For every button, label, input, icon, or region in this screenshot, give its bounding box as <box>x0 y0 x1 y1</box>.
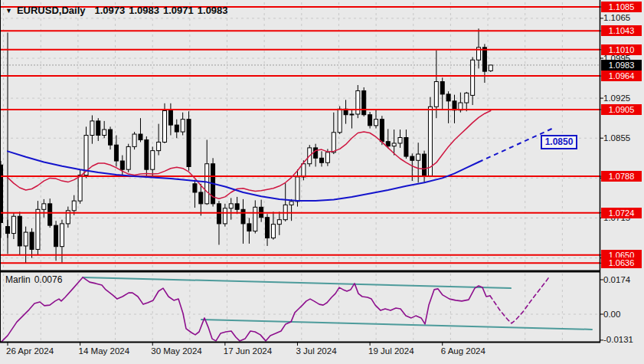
candle-body <box>6 227 10 234</box>
candle-body <box>48 204 52 225</box>
candle <box>175 120 178 139</box>
candle-body <box>253 207 257 231</box>
candle-body <box>482 48 486 71</box>
candle-body <box>72 201 76 211</box>
candle <box>398 130 402 148</box>
candle-body <box>157 142 161 150</box>
candle-body <box>163 110 167 142</box>
candle-body <box>199 192 203 204</box>
candle <box>386 129 390 148</box>
candle-body <box>126 146 130 169</box>
channel-upper-line <box>83 277 511 288</box>
time-axis-border <box>0 342 600 343</box>
candle <box>247 218 251 244</box>
candle-body <box>428 107 432 175</box>
candle <box>392 130 396 156</box>
candle <box>223 204 227 227</box>
candle <box>217 201 221 244</box>
candle <box>260 200 263 222</box>
candle <box>30 228 34 258</box>
candle <box>344 100 348 123</box>
candle <box>60 220 64 263</box>
candle-body <box>320 158 324 162</box>
candle-body <box>410 156 414 160</box>
marlin-forecast-line <box>490 276 550 323</box>
candle-body <box>139 134 142 139</box>
candle-body <box>84 136 88 175</box>
candle <box>42 199 46 218</box>
candle <box>205 139 209 205</box>
candle <box>314 144 318 167</box>
candle-body <box>392 143 396 146</box>
candle <box>145 136 149 176</box>
candle-body <box>241 209 245 224</box>
candle-body <box>103 130 106 135</box>
candle-body <box>423 154 427 175</box>
candle <box>356 85 360 118</box>
candle <box>446 91 450 123</box>
candle-body <box>302 164 306 177</box>
candle-body <box>24 232 28 246</box>
candle <box>6 220 10 238</box>
candle-body <box>374 120 378 126</box>
candle-body <box>96 121 100 136</box>
candle-body <box>362 90 366 114</box>
candle <box>139 118 142 142</box>
candle-body <box>440 82 444 94</box>
candle-body <box>223 208 227 224</box>
candle <box>193 180 197 208</box>
candle-body <box>229 204 233 208</box>
candle <box>103 121 106 138</box>
candle-body <box>350 114 354 115</box>
candle <box>350 109 354 128</box>
candle-body <box>386 142 390 146</box>
candle-body <box>489 65 492 71</box>
candle <box>404 130 408 159</box>
candle <box>434 51 438 119</box>
candle <box>253 200 257 233</box>
candle <box>151 146 155 176</box>
candle <box>157 124 161 156</box>
panel-separator[interactable] <box>0 271 600 273</box>
candle <box>187 111 191 170</box>
candle <box>114 136 118 167</box>
candle-body <box>145 139 149 169</box>
candle <box>96 118 100 141</box>
candle-body <box>11 216 15 233</box>
candle-body <box>193 184 197 192</box>
chart-canvas[interactable] <box>0 0 644 364</box>
candle-body <box>18 216 21 246</box>
candle <box>332 113 335 154</box>
candle-body <box>54 225 58 247</box>
candle-body <box>356 90 360 114</box>
chart-window[interactable]: ▼EURUSD,Daily1.09731.09831.09711.0983 Ma… <box>0 0 644 364</box>
candle-body <box>266 218 270 238</box>
candle <box>465 92 469 111</box>
candle-body <box>277 220 281 225</box>
candle-body <box>332 133 335 152</box>
candle-body <box>90 121 94 136</box>
candle <box>489 65 492 72</box>
candle-body <box>453 101 456 110</box>
candle-body <box>404 137 408 156</box>
candle <box>277 212 281 235</box>
candle-body <box>42 204 46 209</box>
candle <box>211 158 215 206</box>
candle <box>11 212 15 239</box>
candle-body <box>380 120 384 142</box>
channel-lower-line <box>201 320 592 330</box>
candle-body <box>465 93 469 103</box>
candle-body <box>151 151 155 170</box>
candle <box>181 113 185 136</box>
candle <box>374 110 378 129</box>
candle-body <box>120 161 124 169</box>
candle <box>241 199 245 244</box>
candle-body <box>175 125 178 132</box>
candle <box>229 198 233 219</box>
candle <box>109 126 113 149</box>
candle <box>283 183 287 221</box>
candle <box>320 151 324 166</box>
candle <box>126 144 130 172</box>
candle <box>168 103 172 136</box>
candle <box>477 28 481 68</box>
